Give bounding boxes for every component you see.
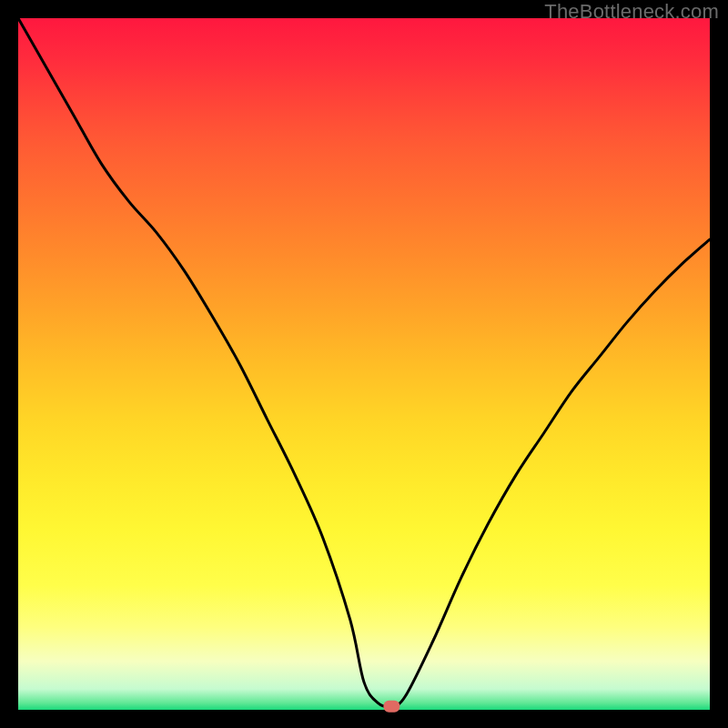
chart-container: TheBottleneck.com <box>0 0 728 728</box>
bottleneck-curve <box>18 18 710 707</box>
minimum-marker <box>383 701 399 713</box>
plot-area <box>18 18 710 710</box>
curve-svg <box>18 18 710 710</box>
